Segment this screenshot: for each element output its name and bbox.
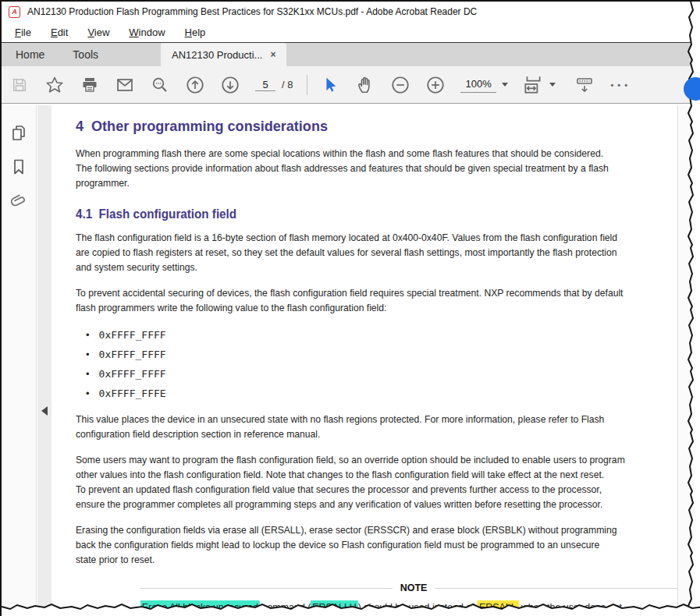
zoom-level-value[interactable]: 100% bbox=[460, 76, 496, 93]
menu-view[interactable]: View bbox=[80, 23, 116, 41]
page-number-input[interactable] bbox=[255, 79, 275, 91]
star-icon[interactable] bbox=[44, 75, 65, 95]
print-icon[interactable] bbox=[80, 75, 100, 95]
highlighted-text-cyan: Erase All blocks unsecured bbox=[140, 600, 260, 614]
reading-mode-icon[interactable] bbox=[574, 75, 595, 95]
search-zoom-icon[interactable] bbox=[150, 75, 170, 95]
toolbar-separator bbox=[307, 75, 307, 95]
paragraph: This value places the device in an unsec… bbox=[76, 412, 638, 441]
paragraph: To prevent accidental securing of device… bbox=[76, 285, 638, 315]
fit-width-control[interactable] bbox=[522, 73, 556, 97]
zoom-level-control[interactable]: 100% bbox=[460, 76, 507, 93]
list-item: 0xFFFF_FFFE bbox=[86, 388, 700, 399]
window-title: AN12130 Production Flash Programming Bes… bbox=[27, 6, 477, 17]
menu-file[interactable]: File bbox=[8, 23, 38, 41]
tab-close-icon[interactable]: × bbox=[270, 49, 275, 60]
note-rule-right bbox=[435, 588, 687, 589]
note-rule-left bbox=[140, 588, 393, 589]
note-block: NOTE Erase All blocks unsecured command … bbox=[140, 582, 687, 616]
tab-tools[interactable]: Tools bbox=[59, 43, 112, 66]
zoom-out-icon[interactable] bbox=[390, 75, 410, 95]
list-item: 0xFFFF_FFFF bbox=[86, 349, 700, 360]
document-area: 4 Other programming considerations When … bbox=[2, 105, 700, 616]
navigation-pane bbox=[2, 105, 37, 616]
paragraph: Erasing the configuration fields via era… bbox=[76, 522, 638, 567]
select-tool-icon[interactable] bbox=[320, 75, 340, 95]
page-number-group: / 8 bbox=[255, 79, 293, 91]
acrobat-pdf-icon: A bbox=[9, 6, 20, 18]
more-tools-icon[interactable]: • • • bbox=[609, 75, 630, 95]
menu-window[interactable]: Window bbox=[122, 23, 172, 41]
bookmarks-icon[interactable] bbox=[9, 157, 29, 177]
highlighted-text-cyan: ERSALLU bbox=[311, 600, 357, 614]
list-item: 0xFFFF_FFFF bbox=[86, 329, 700, 341]
next-page-icon[interactable] bbox=[220, 75, 240, 95]
zoom-in-icon[interactable] bbox=[425, 75, 446, 95]
note-text-segment: ) should be used instead of bbox=[358, 601, 478, 613]
note-header: NOTE bbox=[140, 582, 687, 593]
menu-edit[interactable]: Edit bbox=[44, 23, 75, 41]
scrollbar-area[interactable] bbox=[678, 105, 700, 616]
highlighted-text-yellow: ERSALL bbox=[477, 600, 518, 614]
value-list: 0xFFFF_FFFF 0xFFFF_FFFF 0xFFFF_FFFF 0xFF… bbox=[86, 329, 700, 399]
acrobat-window: A AN12130 Production Flash Programming B… bbox=[0, 0, 700, 616]
page-total-label: / 8 bbox=[282, 79, 293, 90]
collapse-pane-icon[interactable] bbox=[41, 406, 48, 416]
list-item: 0xFFFF_FFFF bbox=[86, 368, 700, 380]
pane-splitter[interactable] bbox=[37, 105, 52, 616]
hand-tool-icon[interactable] bbox=[355, 75, 375, 95]
email-icon[interactable] bbox=[115, 75, 135, 95]
tab-home[interactable]: Home bbox=[2, 43, 59, 66]
section-heading: 4 Other programming considerations bbox=[76, 118, 669, 135]
note-label: NOTE bbox=[400, 582, 428, 593]
note-text-segment: command ( bbox=[260, 601, 311, 613]
pdf-page: 4 Other programming considerations When … bbox=[52, 105, 700, 616]
subsection-heading: 4.1 Flash configuration field bbox=[76, 207, 669, 221]
paragraph: The flash configuration field is a 16-by… bbox=[76, 230, 638, 274]
previous-page-icon[interactable] bbox=[185, 75, 205, 95]
save-icon[interactable] bbox=[9, 75, 30, 95]
chevron-down-icon[interactable] bbox=[502, 83, 508, 87]
attachments-icon[interactable] bbox=[9, 191, 29, 211]
note-text: Erase All blocks unsecured command (ERSA… bbox=[140, 600, 643, 616]
tab-document-label: AN12130 Producti... bbox=[172, 49, 262, 61]
title-bar: A AN12130 Production Flash Programming B… bbox=[2, 2, 700, 22]
tab-document[interactable]: AN12130 Producti... × bbox=[161, 43, 286, 66]
menu-help[interactable]: Help bbox=[178, 23, 213, 41]
chevron-down-icon[interactable] bbox=[549, 83, 556, 87]
paragraph: Some users may want to program the flash… bbox=[76, 452, 638, 512]
page-thumbnails-icon[interactable] bbox=[9, 122, 29, 143]
tab-bar: Home Tools AN12130 Producti... × bbox=[2, 43, 700, 66]
menu-bar: File Edit View Window Help bbox=[2, 22, 700, 43]
paragraph: When programming flash there are some sp… bbox=[76, 146, 638, 190]
main-toolbar: / 8 100% bbox=[2, 66, 700, 104]
